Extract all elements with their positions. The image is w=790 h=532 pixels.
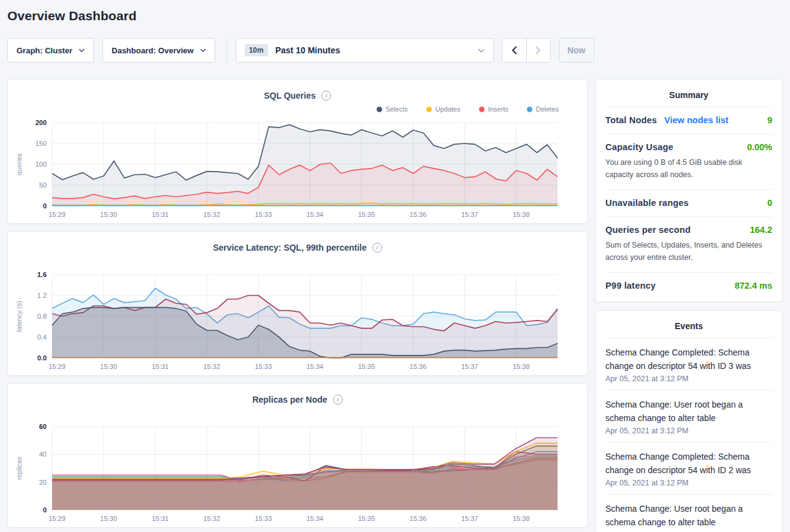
svg-text:15:35: 15:35 xyxy=(358,363,375,370)
event-item[interactable]: Schema Change: User root began a schema … xyxy=(605,390,772,442)
summary-value: 0.00% xyxy=(747,142,772,152)
svg-text:15:38: 15:38 xyxy=(513,211,530,218)
event-timestamp: Apr 05, 2021 at 3:12 PM xyxy=(605,479,772,487)
svg-text:15:31: 15:31 xyxy=(151,515,169,522)
svg-text:100: 100 xyxy=(36,161,47,168)
legend-label: Updates xyxy=(435,105,461,113)
chart-panel-sql-queries: SQL Queries i SelectsUpdatesInsertsDelet… xyxy=(7,79,588,224)
toolbar: Graph: Cluster Dashboard: Overview 10m P… xyxy=(7,38,783,63)
sidebar-column: Summary Total Nodes View nodes list 9 Ca… xyxy=(595,79,783,532)
summary-row-p99-latency: P99 latency 872.4 ms xyxy=(605,272,772,299)
chart-legend xyxy=(8,406,587,420)
svg-text:15:32: 15:32 xyxy=(203,363,220,370)
chevron-right-icon xyxy=(535,46,541,55)
svg-text:15:32: 15:32 xyxy=(203,515,220,522)
svg-text:1.6: 1.6 xyxy=(37,271,47,278)
chart-panel-replicas-per-node: Replicas per Node i 020406015:2915:3015:… xyxy=(7,383,588,528)
legend-item-inserts[interactable]: Inserts xyxy=(479,105,508,113)
svg-text:150: 150 xyxy=(36,140,47,147)
svg-text:15:36: 15:36 xyxy=(410,211,427,218)
legend-item-deletes[interactable]: Deletes xyxy=(527,105,559,113)
svg-text:15:36: 15:36 xyxy=(410,515,427,522)
event-item[interactable]: Schema Change Completed: Schema change o… xyxy=(605,442,772,494)
info-icon[interactable]: i xyxy=(321,91,331,101)
svg-text:0.8: 0.8 xyxy=(37,313,47,320)
summary-label: Unavailable ranges xyxy=(605,198,689,208)
time-step-group xyxy=(502,38,551,63)
now-button[interactable]: Now xyxy=(559,38,594,63)
event-message: Schema Change: User root began a schema … xyxy=(605,502,772,529)
charts-column: SQL Queries i SelectsUpdatesInsertsDelet… xyxy=(7,79,588,528)
chart-title: SQL Queries xyxy=(264,91,316,101)
summary-value: 164.2 xyxy=(750,225,772,235)
dashboard-dropdown[interactable]: Dashboard: Overview xyxy=(102,38,215,63)
svg-text:latency (s): latency (s) xyxy=(15,301,23,332)
svg-text:1.2: 1.2 xyxy=(37,292,47,299)
view-nodes-list-link[interactable]: View nodes list xyxy=(664,115,729,125)
graph-scope-label: Graph: Cluster xyxy=(17,46,72,55)
graph-scope-dropdown[interactable]: Graph: Cluster xyxy=(7,38,94,63)
chart-title: Replicas per Node xyxy=(252,395,327,405)
svg-text:40: 40 xyxy=(39,450,47,458)
event-message: Schema Change Completed: Schema change o… xyxy=(605,450,772,477)
time-range-picker[interactable]: 10m Past 10 Minutes xyxy=(236,38,494,63)
svg-text:replicas: replicas xyxy=(15,457,23,480)
chart-title: Service Latency: SQL, 99th percentile xyxy=(213,243,367,253)
sql-queries-chart[interactable]: 05010015020015:2915:3015:3115:3215:3315:… xyxy=(8,116,587,224)
events-heading: Events xyxy=(605,311,772,338)
summary-heading: Summary xyxy=(605,80,772,107)
svg-text:0: 0 xyxy=(43,202,47,210)
summary-row-queries-per-second: Queries per second 164.2 Sum of Selects,… xyxy=(605,216,772,272)
legend-item-selects[interactable]: Selects xyxy=(377,105,408,113)
toolbar-divider xyxy=(226,39,227,62)
event-timestamp: Apr 05, 2021 at 3:12 PM xyxy=(605,374,772,383)
svg-text:15:37: 15:37 xyxy=(461,211,478,218)
svg-text:15:29: 15:29 xyxy=(48,363,66,370)
summary-value: 9 xyxy=(767,115,772,125)
svg-text:15:34: 15:34 xyxy=(307,211,324,218)
summary-label: P99 latency xyxy=(605,281,656,291)
info-icon[interactable]: i xyxy=(333,395,343,405)
time-forward-button[interactable] xyxy=(526,39,550,62)
event-item[interactable]: Schema Change Completed: Schema change o… xyxy=(605,338,772,390)
time-back-button[interactable] xyxy=(502,39,526,62)
svg-text:50: 50 xyxy=(39,181,47,189)
time-range-label: Past 10 Minutes xyxy=(275,45,340,55)
svg-text:queries: queries xyxy=(15,153,23,175)
chart-header: Replicas per Node i xyxy=(8,384,587,406)
summary-panel: Summary Total Nodes View nodes list 9 Ca… xyxy=(595,79,783,302)
svg-text:15:35: 15:35 xyxy=(358,211,375,218)
legend-item-updates[interactable]: Updates xyxy=(426,105,461,113)
overview-dashboard-page: Overview Dashboard Graph: Cluster Dashbo… xyxy=(0,9,790,532)
summary-row-unavailable-ranges: Unavailable ranges 0 xyxy=(605,189,772,216)
svg-text:0.4: 0.4 xyxy=(37,333,47,341)
summary-value: 872.4 ms xyxy=(735,281,772,291)
summary-label: Queries per second xyxy=(605,225,691,235)
svg-text:15:30: 15:30 xyxy=(100,363,117,370)
summary-label: Capacity Usage xyxy=(605,142,673,152)
svg-text:15:31: 15:31 xyxy=(151,211,169,218)
summary-label: Total Nodes xyxy=(605,115,657,125)
legend-label: Deletes xyxy=(536,105,559,113)
events-panel: Events Schema Change Completed: Schema c… xyxy=(595,310,783,532)
info-icon[interactable]: i xyxy=(372,243,382,253)
chart-legend: SelectsUpdatesInsertsDeletes xyxy=(8,102,587,116)
svg-text:15:36: 15:36 xyxy=(410,363,427,370)
legend-label: Selects xyxy=(386,105,408,113)
svg-text:0.0: 0.0 xyxy=(37,354,47,362)
chevron-left-icon xyxy=(512,46,517,55)
chevron-down-icon xyxy=(79,48,85,52)
chart-legend xyxy=(8,254,587,268)
event-timestamp: Apr 05, 2021 at 3:12 PM xyxy=(605,427,772,435)
service-latency-chart[interactable]: 0.00.40.81.21.615:2915:3015:3115:3215:33… xyxy=(8,268,587,376)
legend-dot xyxy=(377,107,382,112)
svg-text:15:33: 15:33 xyxy=(255,515,272,522)
svg-text:15:37: 15:37 xyxy=(461,363,478,370)
event-item[interactable]: Schema Change: User root began a schema … xyxy=(605,494,772,532)
chevron-down-icon xyxy=(478,48,485,53)
time-range-badge: 10m xyxy=(245,44,268,56)
summary-value: 0 xyxy=(767,198,772,208)
svg-text:15:34: 15:34 xyxy=(307,515,324,522)
replicas-per-node-chart[interactable]: 020406015:2915:3015:3115:3215:3315:3415:… xyxy=(8,420,587,528)
svg-text:15:33: 15:33 xyxy=(255,363,272,370)
